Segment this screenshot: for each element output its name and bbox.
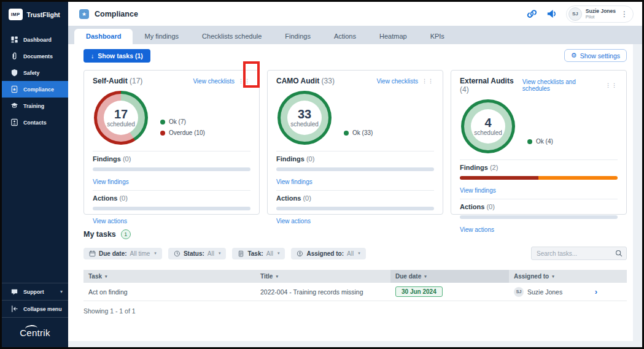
sidebar-item-label: Training [23,103,44,109]
paperclip-icon [10,52,18,60]
show-tasks-button[interactable]: ↓ Show tasks (1) [83,49,150,63]
view-actions-link[interactable]: View actions [93,218,127,224]
sidebar-item-label: Compliance [23,86,54,93]
scheduled-count: 33 [298,108,311,120]
toolbar: ↓ Show tasks (1) ⚙ Show settings [83,49,627,63]
tab-heatmap[interactable]: Heatmap [368,29,419,44]
sidebar-item-safety[interactable]: Safety [2,64,68,81]
user-role: Pilot [586,15,616,20]
imp-logo-badge: IMP [9,9,23,20]
actions-label: Actions (0) [276,194,434,202]
search-input[interactable] [531,247,627,260]
donut-row: 17 scheduled Ok (7) Overdue (10) [93,85,250,147]
card-title: CAMO Audit (33) [276,77,335,85]
sidebar-item-compliance[interactable]: Compliance [2,81,68,98]
legend-item-ok: Ok (7) [160,118,205,125]
page-title: Compliance [95,10,138,18]
sidebar-item-label: Support [23,289,44,295]
column-header-title[interactable]: Title▾ [255,270,390,283]
sort-icon: ▾ [105,274,107,279]
view-actions-link[interactable]: View actions [460,226,494,233]
donut-center: 17 scheduled [104,101,138,135]
assigned-to-filter[interactable]: Assigned to:All▾ [291,248,365,259]
divider [93,151,250,151]
findings-label: Findings (2) [460,164,618,171]
tasks-table: Task▾ Title▾ Due date▾ Assigned to▾ Act … [83,270,627,315]
gear-icon: ⚙ [571,52,577,59]
dashboard-panel: ↓ Show tasks (1) ⚙ Show settings Self-Au… [68,44,633,341]
contacts-icon [10,118,18,126]
sidebar-item-dashboard[interactable]: Dashboard [2,31,68,48]
sidebar-item-training[interactable]: Training [2,98,68,114]
column-header-task[interactable]: Task▾ [83,270,255,283]
sidebar-item-contacts[interactable]: Contacts [2,114,68,131]
due-date-filter[interactable]: Due date:All time▾ [83,248,162,259]
arrow-down-icon: ↓ [91,52,94,59]
sort-icon: ▾ [424,274,427,279]
my-tasks-count-badge: 1 [121,229,131,239]
collapse-icon [10,305,18,313]
app-window: IMP TrustFlight Dashboard Documents Safe… [2,2,642,347]
title-cell: 2022-004 - Training records missing [255,285,390,299]
findings-bar [276,167,434,171]
actions-bar [93,207,250,210]
shield-icon [10,69,18,77]
legend-item-ok: Ok (4) [527,138,553,145]
drag-handle-icon[interactable]: ⋮⋮ [238,79,250,84]
centrik-logo: Centrik [2,318,68,347]
view-findings-link[interactable]: View findings [93,178,129,185]
drag-handle-icon[interactable]: ⋮⋮ [605,83,618,88]
tab-actions[interactable]: Actions [322,29,368,44]
scheduled-donut-chart: 4 scheduled [461,99,515,153]
view-checklists-link[interactable]: View checklists [193,78,235,85]
findings-bar [93,167,250,171]
sidebar-item-support[interactable]: Support ▾ [2,283,68,300]
column-header-due-date[interactable]: Due date▾ [390,270,509,283]
graduation-cap-icon [10,102,18,110]
view-findings-link[interactable]: View findings [276,178,312,185]
kebab-menu-icon[interactable]: ⋮ [619,10,629,18]
avatar: SJ [514,287,524,297]
scheduled-donut-chart: 33 scheduled [277,91,332,145]
task-filters: Due date:All time▾ Status:All▾ Task:All▾… [83,247,627,260]
chevron-down-icon: ▾ [358,251,360,256]
link-icon[interactable] [527,9,537,19]
sort-icon: ▾ [552,274,554,279]
sidebar: IMP TrustFlight Dashboard Documents Safe… [2,2,68,347]
view-checklists-and-schedules-link[interactable]: View checklists and schedules [522,79,602,92]
sidebar-item-label: Safety [23,70,39,76]
status-filter[interactable]: Status:All▾ [168,248,227,259]
table-row[interactable]: Act on finding 2022-004 - Training recor… [83,283,627,301]
drag-handle-icon[interactable]: ⋮⋮ [422,79,434,84]
tab-checklists-schedule[interactable]: Checklists schedule [190,29,273,44]
collapse-menu-label: Collapse menu [23,306,62,312]
column-header-assigned-to[interactable]: Assigned to▾ [509,270,627,283]
tab-my-findings[interactable]: My findings [133,29,190,44]
divider [93,190,250,191]
task-filter[interactable]: Task:All▾ [232,248,285,259]
view-actions-link[interactable]: View actions [276,218,311,224]
tab-findings[interactable]: Findings [273,29,322,44]
sidebar-item-documents[interactable]: Documents [2,48,68,64]
view-checklists-link[interactable]: View checklists [376,78,418,85]
legend-dot [160,131,165,136]
legend-item-overdue: Overdue (10) [160,129,205,136]
assignee-name: Suzie Jones [527,288,562,296]
card-header: External Audits (4) View checklists and … [460,77,618,94]
chevron-right-icon[interactable]: › [595,287,597,296]
tab-dashboard[interactable]: Dashboard [74,29,133,44]
content-backdrop: ↓ Show tasks (1) ⚙ Show settings Self-Au… [68,44,642,347]
view-findings-link[interactable]: View findings [460,187,496,194]
chevron-down-icon: ▾ [219,251,221,256]
scheduled-count: 17 [114,108,128,120]
chevron-down-icon: ▾ [154,251,157,256]
compliance-icon [10,85,18,93]
user-menu[interactable]: SJ Suzie Jones Pilot ⋮ [566,6,634,23]
divider [276,151,434,151]
card-header-actions: View checklists ⋮⋮ [193,78,250,85]
collapse-menu-button[interactable]: Collapse menu [2,301,68,317]
donut-legend: Ok (7) Overdue (10) [160,118,205,136]
show-settings-button[interactable]: ⚙ Show settings [564,49,627,62]
megaphone-icon[interactable] [546,9,557,19]
tab-kpis[interactable]: KPIs [419,29,456,44]
